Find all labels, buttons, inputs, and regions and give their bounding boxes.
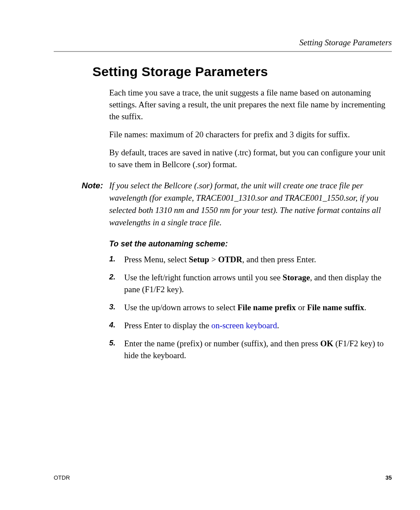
bold-text: OTDR [218, 255, 242, 264]
bold-text: File name suffix [307, 303, 364, 312]
step-text: > [209, 255, 218, 264]
intro-block: Each time you save a trace, the unit sug… [109, 87, 392, 171]
note-block: Note: If you select the Bellcore (.sor) … [54, 180, 392, 229]
step-item: Use the left/right function arrows until… [109, 272, 392, 296]
page-title: Setting Storage Parameters [92, 64, 392, 79]
step-text: , and then press Enter. [242, 255, 316, 264]
step-item: Use the up/down arrows to select File na… [109, 302, 392, 314]
step-text: . [364, 303, 366, 312]
bold-text: File name prefix [238, 303, 296, 312]
steps-list: Press Menu, select Setup > OTDR, and the… [109, 254, 392, 362]
step-text: Press Menu, select [124, 255, 189, 264]
bold-text: Storage [283, 273, 310, 282]
step-text: Press Enter to display the [124, 321, 211, 330]
paragraph: Each time you save a trace, the unit sug… [109, 87, 392, 123]
step-text: Use the up/down arrows to select [124, 303, 238, 312]
step-item: Press Menu, select Setup > OTDR, and the… [109, 254, 392, 266]
paragraph: File names: maximum of 20 characters for… [109, 129, 392, 141]
note-label: Note: [54, 180, 109, 229]
running-head: Setting Storage Parameters [54, 38, 392, 48]
note-body: If you select the Bellcore (.sor) format… [109, 180, 392, 229]
page: Setting Storage Parameters Setting Stora… [0, 0, 420, 510]
bold-text: OK [320, 339, 333, 348]
bold-text: Setup [189, 255, 209, 264]
step-text: or [296, 303, 307, 312]
step-item: Enter the name (prefix) or number (suffi… [109, 338, 392, 362]
page-footer: OTDR 35 [54, 474, 392, 481]
step-text: Use the left/right function arrows until… [124, 273, 283, 282]
header-rule [54, 51, 392, 52]
on-screen-keyboard-link[interactable]: on-screen keyboard [211, 321, 277, 330]
page-number: 35 [386, 474, 392, 481]
paragraph: By default, traces are saved in native (… [109, 147, 392, 171]
step-text: . [277, 321, 279, 330]
procedure-title: To set the autonaming scheme: [109, 239, 392, 249]
step-item: Press Enter to display the on-screen key… [109, 320, 392, 332]
footer-left: OTDR [54, 474, 70, 481]
step-text: Enter the name (prefix) or number (suffi… [124, 339, 320, 348]
